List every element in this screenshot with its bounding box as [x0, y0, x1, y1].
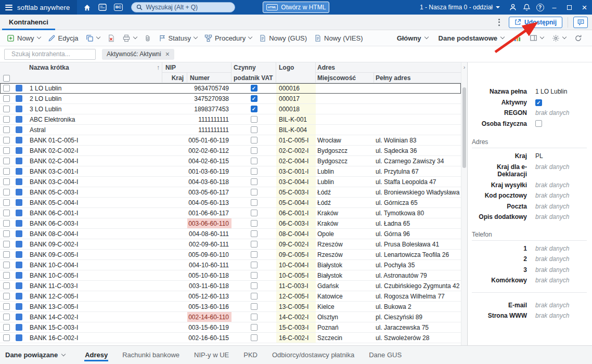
- table-row[interactable]: BANK 16-C-002-I 002-16-60-115 16-C-002-I…: [0, 333, 461, 343]
- vat-checkbox[interactable]: [251, 85, 258, 92]
- table-row[interactable]: BANK 13-C-005-I 005-13-60-116 13-C-005-I…: [0, 302, 461, 312]
- table-row[interactable]: BANK 02-C-002-I 002-02-60-112 02-C-002-I…: [0, 146, 461, 156]
- table-row[interactable]: BANK 09-C-005-I 005-09-60-110 09-C-005-I…: [0, 250, 461, 260]
- table-row[interactable]: BANK 10-C-005-I 005-10-60-118 10-C-005-I…: [0, 270, 461, 281]
- column-header-miejscowosc[interactable]: Miejscowość: [316, 73, 374, 83]
- column-header-podatnik-vat[interactable]: podatnik VAT: [231, 73, 276, 83]
- table-row[interactable]: BANK 14-C-002-I 002-14-60-110 14-C-002-I…: [0, 312, 461, 322]
- vat-checkbox[interactable]: [251, 106, 258, 112]
- table-row[interactable]: BANK 12-C-005-I 005-12-60-113 12-C-005-I…: [0, 291, 461, 302]
- column-header-logo[interactable]: Logo: [276, 62, 316, 73]
- vat-checkbox[interactable]: [251, 251, 258, 258]
- chart-button[interactable]: [510, 32, 525, 45]
- bottom-tab-adresy[interactable]: Adresy: [79, 346, 114, 364]
- vat-checkbox[interactable]: [251, 324, 258, 331]
- vat-checkbox[interactable]: [251, 210, 258, 216]
- settings-button[interactable]: [548, 32, 570, 45]
- table-row[interactable]: 1 LO Lublin 9634705749 000016: [0, 83, 461, 94]
- attachments-button[interactable]: [140, 32, 155, 45]
- row-checkbox[interactable]: [3, 85, 10, 92]
- row-checkbox[interactable]: [3, 251, 10, 258]
- bottom-tab-nip-y-w-ue[interactable]: NIP-y w UE: [188, 346, 235, 364]
- table-row[interactable]: BANK 15-C-003-I 003-15-60-119 15-C-003-I…: [0, 322, 461, 333]
- column-header-nip[interactable]: NIP: [162, 62, 231, 73]
- layout-selector-dane-podstawowe[interactable]: Dane podstawowe: [434, 34, 509, 42]
- hamburger-menu-icon[interactable]: [5, 5, 12, 10]
- new-gus-button[interactable]: Nowy (GUS): [255, 32, 311, 45]
- column-header-czynny-podatnik-vat[interactable]: Czynny: [231, 62, 276, 73]
- row-checkbox[interactable]: [3, 189, 10, 196]
- related-data-menu[interactable]: Dane powiązane: [5, 346, 65, 364]
- view-selector-glowny[interactable]: Główny: [392, 34, 433, 42]
- row-checkbox[interactable]: [3, 168, 10, 175]
- vat-checkbox[interactable]: [251, 293, 258, 300]
- modules-button[interactable]: [96, 0, 109, 15]
- home-button[interactable]: [80, 0, 94, 15]
- row-checkbox[interactable]: [3, 178, 10, 185]
- vat-checkbox[interactable]: [251, 314, 258, 320]
- table-row[interactable]: 3 LO Lublin 1898377453 000018: [0, 104, 461, 114]
- bc-button[interactable]: BC: [111, 0, 125, 15]
- row-checkbox[interactable]: [3, 324, 10, 331]
- maximize-button[interactable]: [562, 0, 577, 15]
- vat-checkbox[interactable]: [251, 147, 258, 154]
- table-row[interactable]: ABC Elektronika 1111111111 BIL-K-001: [0, 114, 461, 125]
- bottom-tab-pkd[interactable]: PKD: [237, 346, 264, 364]
- table-row[interactable]: BANK 06-C-001-I 001-06-60-117 06-C-001-I…: [0, 208, 461, 218]
- vat-checkbox[interactable]: [251, 95, 258, 102]
- row-checkbox[interactable]: [3, 262, 10, 268]
- table-row[interactable]: BANK 09-C-002-I 002-09-60-111 09-C-002-I…: [0, 239, 461, 250]
- column-chooser-icon[interactable]: ›: [461, 62, 467, 72]
- new-vies-button[interactable]: Nowy (VIES): [311, 32, 366, 45]
- vat-checkbox[interactable]: [251, 230, 258, 237]
- minimize-button[interactable]: –: [547, 0, 562, 15]
- column-header-pelny-adres[interactable]: Pełny adres: [374, 73, 461, 83]
- vat-checkbox[interactable]: [251, 116, 258, 123]
- help-button[interactable]: ?: [533, 0, 547, 15]
- vat-checkbox[interactable]: [251, 158, 258, 164]
- table-row[interactable]: BANK 01-C-005-I 005-01-60-119 01-C-005-I…: [0, 135, 461, 146]
- vat-checkbox[interactable]: [251, 334, 258, 341]
- bottom-tab-dane-gus[interactable]: Dane GUS: [363, 346, 408, 364]
- table-row[interactable]: BANK 10-C-004-I 004-10-60-111 10-C-004-I…: [0, 260, 461, 270]
- global-search-input[interactable]: [146, 4, 230, 11]
- delete-button[interactable]: [104, 32, 119, 45]
- row-checkbox[interactable]: [3, 220, 10, 227]
- vat-checkbox[interactable]: [251, 272, 258, 279]
- row-checkbox[interactable]: [3, 210, 10, 216]
- vat-checkbox[interactable]: [251, 189, 258, 196]
- row-checkbox[interactable]: [3, 230, 10, 237]
- print-button[interactable]: [119, 32, 140, 45]
- row-checkbox[interactable]: [3, 293, 10, 300]
- table-row[interactable]: BANK 02-C-004-I 004-02-60-115 02-C-004-I…: [0, 156, 461, 166]
- open-in-html-button[interactable]: HTML Otwórz w HTML: [263, 2, 329, 13]
- tab-kontrahenci[interactable]: Kontrahenci: [2, 15, 55, 30]
- copy-button[interactable]: [82, 32, 104, 45]
- vat-checkbox[interactable]: [251, 178, 258, 185]
- vat-checkbox[interactable]: [251, 282, 258, 289]
- row-checkbox[interactable]: [3, 106, 10, 112]
- select-all-checkbox[interactable]: [3, 75, 10, 82]
- row-checkbox[interactable]: [3, 303, 10, 310]
- remove-filter-icon[interactable]: ×: [165, 50, 170, 58]
- row-checkbox[interactable]: [3, 282, 10, 289]
- table-row[interactable]: BANK 03-C-004-I 004-03-60-118 03-C-004-I…: [0, 177, 461, 187]
- details-checkbox[interactable]: [535, 99, 542, 106]
- vat-checkbox[interactable]: [251, 199, 258, 206]
- bottom-tab-rachunki-bankowe[interactable]: Rachunki bankowe: [116, 346, 186, 364]
- procedures-button[interactable]: Procedury: [201, 32, 255, 45]
- scrollbar-thumb[interactable]: [462, 87, 466, 168]
- column-header-adres[interactable]: Adres: [316, 62, 461, 73]
- edit-button[interactable]: Edycja: [44, 32, 82, 45]
- table-row[interactable]: BANK 11-C-003-I 003-11-60-118 11-C-003-I…: [0, 281, 461, 291]
- share-button[interactable]: Udostępnij: [509, 17, 562, 28]
- column-header-nazwa-krotka[interactable]: Nazwa krótka ↑: [26, 62, 162, 73]
- vat-checkbox[interactable]: [251, 241, 258, 248]
- row-checkbox[interactable]: [3, 334, 10, 341]
- row-checkbox[interactable]: [3, 314, 10, 320]
- table-row[interactable]: Astral 1111111111 BIL-K-004: [0, 125, 461, 135]
- company-selector[interactable]: 1 - Nasza firma 0 - oddział: [420, 4, 500, 11]
- feedback-button[interactable]: [573, 17, 588, 28]
- close-button[interactable]: ×: [577, 0, 592, 15]
- row-checkbox[interactable]: [3, 147, 10, 154]
